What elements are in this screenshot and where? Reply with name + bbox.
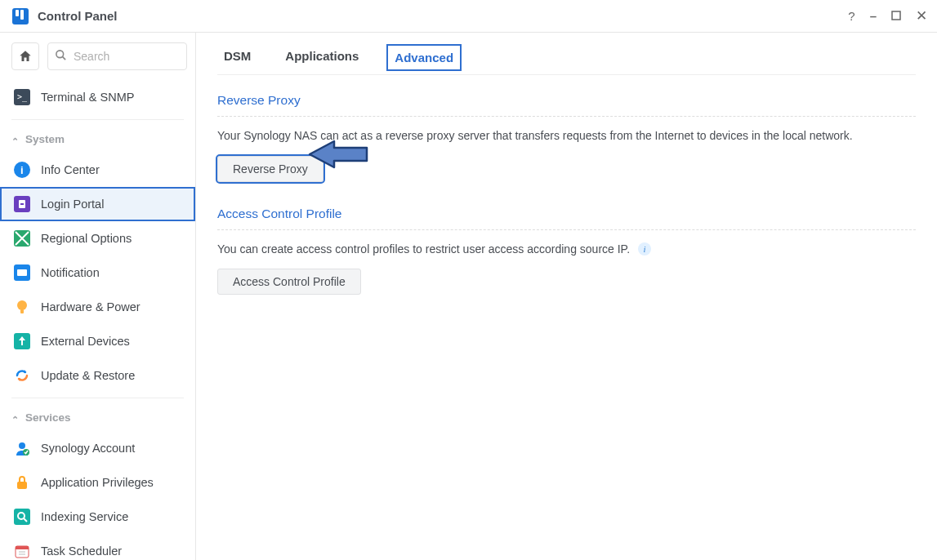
refresh-icon bbox=[13, 367, 31, 384]
section-header-services[interactable]: Services bbox=[0, 403, 195, 431]
sidebar-item-label: Hardware & Power bbox=[41, 300, 141, 313]
search-input[interactable] bbox=[72, 49, 180, 64]
sidebar-item-hardware-power[interactable]: Hardware & Power bbox=[0, 290, 195, 324]
chevron-up-icon bbox=[11, 411, 19, 424]
svg-rect-12 bbox=[20, 203, 24, 205]
section-desc-reverse-proxy: Your Synology NAS can act as a reverse p… bbox=[217, 128, 916, 144]
window-controls: ? – ✕ bbox=[848, 9, 927, 23]
svg-rect-15 bbox=[17, 269, 27, 276]
sidebar-item-notification[interactable]: Notification bbox=[0, 256, 195, 290]
section-label: Services bbox=[25, 411, 71, 424]
reverse-proxy-button[interactable]: Reverse Proxy bbox=[217, 156, 323, 182]
section-header-system[interactable]: System bbox=[0, 125, 195, 153]
section-desc-acp: You can create access control profiles t… bbox=[217, 242, 916, 258]
sidebar-item-label: Terminal & SNMP bbox=[41, 91, 134, 104]
bell-icon bbox=[13, 264, 31, 282]
svg-point-19 bbox=[19, 442, 25, 449]
sidebar-item-update-restore[interactable]: Update & Restore bbox=[0, 358, 195, 393]
sidebar-item-task-scheduler[interactable]: Task Scheduler bbox=[0, 534, 195, 560]
titlebar: Control Panel ? – ✕ bbox=[0, 0, 937, 33]
sidebar: >_ Terminal & SNMP System i Info Center … bbox=[0, 33, 196, 560]
tab-applications[interactable]: Applications bbox=[279, 44, 365, 68]
section-label: System bbox=[25, 133, 65, 145]
sidebar-item-label: Task Scheduler bbox=[41, 544, 122, 558]
access-control-profile-button[interactable]: Access Control Profile bbox=[217, 269, 361, 295]
home-button[interactable] bbox=[11, 42, 39, 70]
search-box[interactable] bbox=[47, 42, 187, 70]
svg-rect-22 bbox=[14, 509, 30, 525]
person-icon bbox=[13, 439, 31, 457]
sidebar-item-label: Notification bbox=[41, 266, 100, 279]
sidebar-item-login-portal[interactable]: Login Portal bbox=[0, 187, 195, 221]
divider bbox=[217, 229, 916, 230]
tab-dsm[interactable]: DSM bbox=[217, 44, 257, 68]
section-title-reverse-proxy: Reverse Proxy bbox=[217, 93, 916, 108]
upload-icon bbox=[13, 332, 31, 350]
sidebar-item-app-privileges[interactable]: Application Privileges bbox=[0, 465, 195, 500]
sidebar-item-label: Info Center bbox=[41, 163, 100, 176]
search-icon bbox=[55, 49, 67, 64]
sidebar-item-info-center[interactable]: i Info Center bbox=[0, 153, 195, 187]
bulb-icon bbox=[13, 298, 31, 316]
sidebar-item-label: Indexing Service bbox=[41, 510, 128, 523]
search-doc-icon bbox=[13, 508, 31, 526]
terminal-icon: >_ bbox=[13, 88, 31, 106]
content-area: DSM Applications Advanced Reverse Proxy … bbox=[196, 33, 937, 560]
minimize-icon[interactable]: – bbox=[870, 10, 877, 22]
sidebar-item-external-devices[interactable]: External Devices bbox=[0, 324, 195, 358]
calendar-icon bbox=[13, 542, 31, 560]
globe-icon bbox=[13, 229, 31, 247]
app-icon bbox=[11, 7, 29, 25]
sidebar-item-label: Login Portal bbox=[41, 198, 104, 211]
info-icon: i bbox=[13, 161, 31, 179]
help-icon[interactable]: ? bbox=[848, 10, 854, 22]
lock-icon bbox=[13, 473, 31, 491]
divider bbox=[11, 398, 184, 398]
tabs: DSM Applications Advanced bbox=[217, 33, 916, 75]
svg-rect-21 bbox=[17, 482, 27, 489]
tab-advanced[interactable]: Advanced bbox=[386, 44, 462, 71]
divider bbox=[217, 116, 916, 117]
window-title: Control Panel bbox=[38, 9, 848, 23]
sidebar-item-indexing-service[interactable]: Indexing Service bbox=[0, 500, 195, 534]
svg-rect-17 bbox=[20, 309, 24, 313]
svg-point-16 bbox=[17, 300, 27, 310]
divider bbox=[11, 119, 184, 120]
close-icon[interactable]: ✕ bbox=[916, 9, 927, 23]
sidebar-item-synology-account[interactable]: Synology Account bbox=[0, 431, 195, 465]
sidebar-item-regional[interactable]: Regional Options bbox=[0, 221, 195, 256]
svg-line-5 bbox=[62, 56, 65, 60]
sidebar-item-label: External Devices bbox=[41, 335, 130, 348]
sidebar-item-label: Synology Account bbox=[41, 442, 135, 455]
svg-point-4 bbox=[56, 51, 64, 58]
svg-rect-2 bbox=[20, 10, 24, 20]
svg-rect-26 bbox=[16, 546, 29, 549]
sidebar-item-label: Update & Restore bbox=[41, 369, 135, 382]
sidebar-item-label: Application Privileges bbox=[41, 476, 154, 489]
sidebar-item-terminal-snmp[interactable]: >_ Terminal & SNMP bbox=[0, 80, 195, 114]
svg-text:>_: >_ bbox=[17, 92, 28, 102]
maximize-icon[interactable] bbox=[891, 10, 901, 22]
info-icon[interactable]: i bbox=[638, 242, 651, 256]
svg-text:i: i bbox=[20, 164, 24, 176]
chevron-up-icon bbox=[11, 133, 19, 145]
svg-rect-3 bbox=[892, 11, 900, 20]
sidebar-item-label: Regional Options bbox=[41, 232, 132, 245]
portal-icon bbox=[13, 195, 31, 213]
svg-rect-1 bbox=[16, 10, 19, 16]
section-title-acp: Access Control Profile bbox=[217, 207, 916, 221]
